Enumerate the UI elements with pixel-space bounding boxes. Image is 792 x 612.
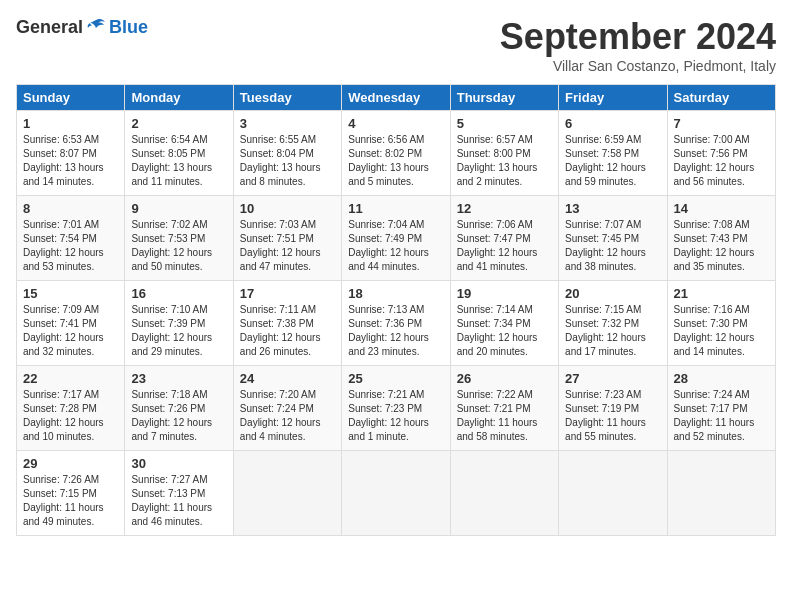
calendar-day-cell — [559, 451, 667, 536]
calendar-day-cell: 16Sunrise: 7:10 AMSunset: 7:39 PMDayligh… — [125, 281, 233, 366]
day-number: 19 — [457, 286, 552, 301]
header-day-saturday: Saturday — [667, 85, 775, 111]
day-info: Sunrise: 7:14 AMSunset: 7:34 PMDaylight:… — [457, 304, 538, 357]
header-day-monday: Monday — [125, 85, 233, 111]
day-number: 30 — [131, 456, 226, 471]
day-number: 18 — [348, 286, 443, 301]
calendar-day-cell: 18Sunrise: 7:13 AMSunset: 7:36 PMDayligh… — [342, 281, 450, 366]
day-number: 10 — [240, 201, 335, 216]
calendar-day-cell: 28Sunrise: 7:24 AMSunset: 7:17 PMDayligh… — [667, 366, 775, 451]
day-info: Sunrise: 7:01 AMSunset: 7:54 PMDaylight:… — [23, 219, 104, 272]
calendar-day-cell: 27Sunrise: 7:23 AMSunset: 7:19 PMDayligh… — [559, 366, 667, 451]
calendar-day-cell: 9Sunrise: 7:02 AMSunset: 7:53 PMDaylight… — [125, 196, 233, 281]
title-section: September 2024 Villar San Costanzo, Pied… — [500, 16, 776, 74]
day-number: 24 — [240, 371, 335, 386]
day-info: Sunrise: 7:16 AMSunset: 7:30 PMDaylight:… — [674, 304, 755, 357]
day-number: 13 — [565, 201, 660, 216]
calendar-day-cell: 6Sunrise: 6:59 AMSunset: 7:58 PMDaylight… — [559, 111, 667, 196]
logo-blue-text: Blue — [109, 17, 148, 38]
calendar-day-cell: 5Sunrise: 6:57 AMSunset: 8:00 PMDaylight… — [450, 111, 558, 196]
calendar-week-row: 22Sunrise: 7:17 AMSunset: 7:28 PMDayligh… — [17, 366, 776, 451]
page-header: General Blue September 2024 Villar San C… — [16, 16, 776, 74]
calendar-day-cell — [233, 451, 341, 536]
calendar-day-cell: 29Sunrise: 7:26 AMSunset: 7:15 PMDayligh… — [17, 451, 125, 536]
day-number: 5 — [457, 116, 552, 131]
day-number: 7 — [674, 116, 769, 131]
calendar-day-cell: 24Sunrise: 7:20 AMSunset: 7:24 PMDayligh… — [233, 366, 341, 451]
day-info: Sunrise: 7:24 AMSunset: 7:17 PMDaylight:… — [674, 389, 755, 442]
calendar-day-cell: 12Sunrise: 7:06 AMSunset: 7:47 PMDayligh… — [450, 196, 558, 281]
day-number: 26 — [457, 371, 552, 386]
day-info: Sunrise: 6:55 AMSunset: 8:04 PMDaylight:… — [240, 134, 321, 187]
day-number: 15 — [23, 286, 118, 301]
day-number: 16 — [131, 286, 226, 301]
day-info: Sunrise: 7:07 AMSunset: 7:45 PMDaylight:… — [565, 219, 646, 272]
header-day-wednesday: Wednesday — [342, 85, 450, 111]
day-info: Sunrise: 6:57 AMSunset: 8:00 PMDaylight:… — [457, 134, 538, 187]
day-number: 8 — [23, 201, 118, 216]
day-info: Sunrise: 7:04 AMSunset: 7:49 PMDaylight:… — [348, 219, 429, 272]
calendar-day-cell: 8Sunrise: 7:01 AMSunset: 7:54 PMDaylight… — [17, 196, 125, 281]
day-number: 2 — [131, 116, 226, 131]
day-info: Sunrise: 7:23 AMSunset: 7:19 PMDaylight:… — [565, 389, 646, 442]
day-info: Sunrise: 6:54 AMSunset: 8:05 PMDaylight:… — [131, 134, 212, 187]
day-info: Sunrise: 7:03 AMSunset: 7:51 PMDaylight:… — [240, 219, 321, 272]
header-day-sunday: Sunday — [17, 85, 125, 111]
calendar-day-cell: 21Sunrise: 7:16 AMSunset: 7:30 PMDayligh… — [667, 281, 775, 366]
day-number: 9 — [131, 201, 226, 216]
calendar-day-cell: 10Sunrise: 7:03 AMSunset: 7:51 PMDayligh… — [233, 196, 341, 281]
calendar-week-row: 15Sunrise: 7:09 AMSunset: 7:41 PMDayligh… — [17, 281, 776, 366]
day-number: 27 — [565, 371, 660, 386]
calendar-day-cell: 25Sunrise: 7:21 AMSunset: 7:23 PMDayligh… — [342, 366, 450, 451]
calendar-day-cell — [450, 451, 558, 536]
day-info: Sunrise: 7:06 AMSunset: 7:47 PMDaylight:… — [457, 219, 538, 272]
calendar-day-cell: 1Sunrise: 6:53 AMSunset: 8:07 PMDaylight… — [17, 111, 125, 196]
calendar-day-cell: 3Sunrise: 6:55 AMSunset: 8:04 PMDaylight… — [233, 111, 341, 196]
day-number: 17 — [240, 286, 335, 301]
day-number: 28 — [674, 371, 769, 386]
day-number: 14 — [674, 201, 769, 216]
day-number: 3 — [240, 116, 335, 131]
day-info: Sunrise: 7:15 AMSunset: 7:32 PMDaylight:… — [565, 304, 646, 357]
day-info: Sunrise: 7:26 AMSunset: 7:15 PMDaylight:… — [23, 474, 104, 527]
day-info: Sunrise: 7:09 AMSunset: 7:41 PMDaylight:… — [23, 304, 104, 357]
calendar-day-cell: 15Sunrise: 7:09 AMSunset: 7:41 PMDayligh… — [17, 281, 125, 366]
calendar-week-row: 29Sunrise: 7:26 AMSunset: 7:15 PMDayligh… — [17, 451, 776, 536]
day-info: Sunrise: 7:18 AMSunset: 7:26 PMDaylight:… — [131, 389, 212, 442]
day-info: Sunrise: 7:02 AMSunset: 7:53 PMDaylight:… — [131, 219, 212, 272]
calendar-day-cell: 19Sunrise: 7:14 AMSunset: 7:34 PMDayligh… — [450, 281, 558, 366]
day-number: 12 — [457, 201, 552, 216]
day-number: 23 — [131, 371, 226, 386]
day-info: Sunrise: 7:17 AMSunset: 7:28 PMDaylight:… — [23, 389, 104, 442]
calendar-day-cell: 20Sunrise: 7:15 AMSunset: 7:32 PMDayligh… — [559, 281, 667, 366]
calendar-day-cell: 26Sunrise: 7:22 AMSunset: 7:21 PMDayligh… — [450, 366, 558, 451]
day-number: 4 — [348, 116, 443, 131]
calendar-table: SundayMondayTuesdayWednesdayThursdayFrid… — [16, 84, 776, 536]
day-info: Sunrise: 7:00 AMSunset: 7:56 PMDaylight:… — [674, 134, 755, 187]
logo: General Blue — [16, 16, 148, 38]
day-info: Sunrise: 7:22 AMSunset: 7:21 PMDaylight:… — [457, 389, 538, 442]
day-info: Sunrise: 7:10 AMSunset: 7:39 PMDaylight:… — [131, 304, 212, 357]
calendar-day-cell: 2Sunrise: 6:54 AMSunset: 8:05 PMDaylight… — [125, 111, 233, 196]
calendar-week-row: 8Sunrise: 7:01 AMSunset: 7:54 PMDaylight… — [17, 196, 776, 281]
day-number: 11 — [348, 201, 443, 216]
header-day-friday: Friday — [559, 85, 667, 111]
calendar-header-row: SundayMondayTuesdayWednesdayThursdayFrid… — [17, 85, 776, 111]
calendar-day-cell: 22Sunrise: 7:17 AMSunset: 7:28 PMDayligh… — [17, 366, 125, 451]
logo-bird-icon — [85, 16, 107, 38]
day-info: Sunrise: 7:21 AMSunset: 7:23 PMDaylight:… — [348, 389, 429, 442]
day-info: Sunrise: 7:13 AMSunset: 7:36 PMDaylight:… — [348, 304, 429, 357]
day-number: 25 — [348, 371, 443, 386]
day-info: Sunrise: 7:27 AMSunset: 7:13 PMDaylight:… — [131, 474, 212, 527]
day-info: Sunrise: 6:53 AMSunset: 8:07 PMDaylight:… — [23, 134, 104, 187]
month-title: September 2024 — [500, 16, 776, 58]
calendar-day-cell: 17Sunrise: 7:11 AMSunset: 7:38 PMDayligh… — [233, 281, 341, 366]
day-info: Sunrise: 7:20 AMSunset: 7:24 PMDaylight:… — [240, 389, 321, 442]
day-info: Sunrise: 7:08 AMSunset: 7:43 PMDaylight:… — [674, 219, 755, 272]
day-number: 1 — [23, 116, 118, 131]
calendar-day-cell: 7Sunrise: 7:00 AMSunset: 7:56 PMDaylight… — [667, 111, 775, 196]
day-info: Sunrise: 6:56 AMSunset: 8:02 PMDaylight:… — [348, 134, 429, 187]
day-number: 6 — [565, 116, 660, 131]
day-number: 22 — [23, 371, 118, 386]
header-day-thursday: Thursday — [450, 85, 558, 111]
